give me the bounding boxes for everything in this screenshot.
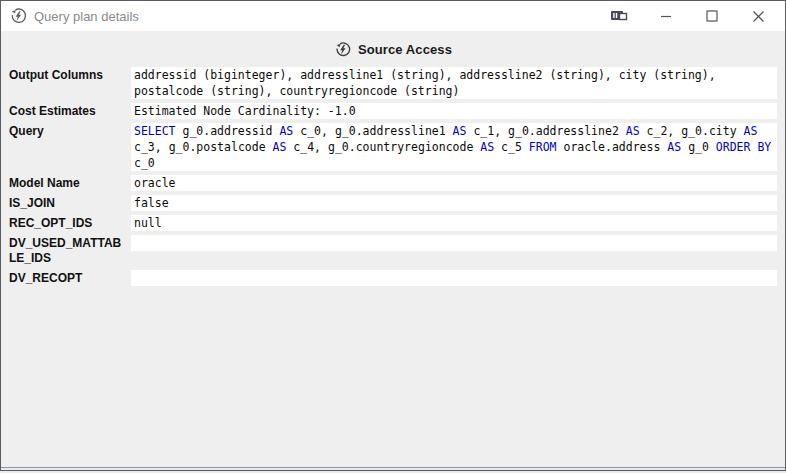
- field-label: Cost Estimates: [9, 103, 131, 119]
- section-title: Source Access: [358, 42, 452, 57]
- field-rows: Output Columnsaddressid (biginteger), ad…: [9, 67, 777, 286]
- field-value: SELECT g_0.addressid AS c_0, g_0.address…: [131, 123, 777, 171]
- field-value: Estimated Node Cardinality: -1.0: [131, 103, 777, 119]
- window-title: Query plan details: [34, 9, 597, 24]
- dock-window-icon: [610, 9, 630, 23]
- close-icon: [752, 10, 765, 23]
- field-row: Model Nameoracle: [9, 175, 777, 191]
- title-bar: Query plan details: [1, 1, 785, 31]
- field-value: addressid (biginteger), addressline1 (st…: [131, 67, 777, 99]
- field-value: oracle: [131, 175, 777, 191]
- field-value: [131, 270, 777, 286]
- dialog-content: Source Access Output Columnsaddressid (b…: [1, 31, 785, 468]
- field-value: null: [131, 215, 777, 231]
- field-row: Output Columnsaddressid (biginteger), ad…: [9, 67, 777, 99]
- field-label: Query: [9, 123, 131, 139]
- field-label: DV_RECOPT: [9, 270, 131, 286]
- close-button[interactable]: [735, 1, 781, 31]
- field-label: Output Columns: [9, 67, 131, 83]
- window-controls: [597, 1, 785, 31]
- field-value: [131, 235, 777, 251]
- field-row: REC_OPT_IDSnull: [9, 215, 777, 231]
- field-row: Cost EstimatesEstimated Node Cardinality…: [9, 103, 777, 119]
- query-plan-icon: [9, 7, 27, 25]
- source-access-icon: [334, 41, 351, 58]
- query-plan-details-window: Query plan details: [0, 0, 786, 471]
- background-window-edge: [1, 467, 785, 470]
- field-row: QuerySELECT g_0.addressid AS c_0, g_0.ad…: [9, 123, 777, 171]
- field-row: IS_JOINfalse: [9, 195, 777, 211]
- maximize-button[interactable]: [689, 1, 735, 31]
- section-header: Source Access: [1, 31, 785, 67]
- field-label: REC_OPT_IDS: [9, 215, 131, 231]
- minimize-icon: [660, 10, 672, 22]
- maximize-icon: [706, 10, 718, 22]
- dock-window-button[interactable]: [597, 1, 643, 31]
- field-row: DV_USED_MATTABLE_IDS: [9, 235, 777, 266]
- field-label: IS_JOIN: [9, 195, 131, 211]
- field-label: Model Name: [9, 175, 131, 191]
- minimize-button[interactable]: [643, 1, 689, 31]
- field-row: DV_RECOPT: [9, 270, 777, 286]
- field-label: DV_USED_MATTABLE_IDS: [9, 235, 131, 266]
- field-value: false: [131, 195, 777, 211]
